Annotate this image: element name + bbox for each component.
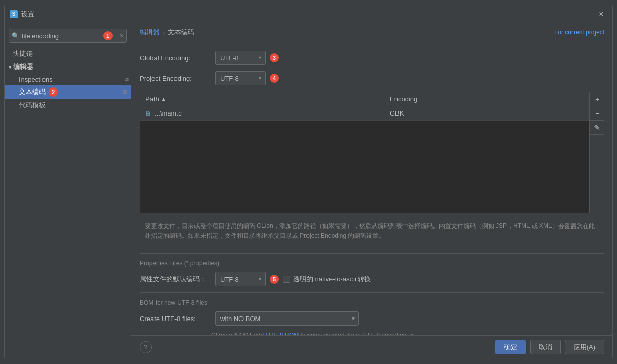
hint-post: to every created file in UTF-8 encoding … bbox=[299, 332, 413, 335]
sidebar: 🔍 1 × 快捷键 ▾ 编辑器 Inspections ⧉ 文本编码 2 ⧉ bbox=[5, 22, 131, 358]
breadcrumb-project-link[interactable]: For current project bbox=[554, 29, 604, 36]
search-clear-button[interactable]: × bbox=[120, 32, 124, 40]
settings-dialog: S 设置 × 🔍 1 × 快捷键 ▾ 编辑器 Inspections bbox=[4, 6, 613, 358]
properties-section-title: Properties Files (*.properties) bbox=[140, 260, 604, 267]
description-text: 要更改文件，目录或整个项目使用的编码 CLion，添加它的路径（如果需要），然后… bbox=[140, 217, 604, 245]
dialog-title: 设置 bbox=[21, 10, 34, 19]
bom-hint-text: CLion will NOT add UTF-8 BOM to every cr… bbox=[140, 332, 604, 335]
properties-encoding-select[interactable]: UTF-8 GBK ISO-8859-1 bbox=[215, 272, 266, 286]
section-separator-1 bbox=[140, 253, 604, 254]
sidebar-section-editor[interactable]: ▾ 编辑器 bbox=[5, 60, 131, 74]
global-encoding-select-wrapper: UTF-8 GBK ISO-8859-1 UTF-16 bbox=[215, 51, 266, 65]
utf8-bom-link[interactable]: UTF-8 BOM bbox=[266, 332, 299, 335]
search-badge-1: 1 bbox=[103, 31, 113, 40]
transparent-label: 透明的 native-to-ascii 转换 bbox=[293, 275, 371, 284]
hint-pre: CLion will NOT add bbox=[211, 332, 266, 335]
close-button[interactable]: × bbox=[595, 8, 607, 20]
file-encoding-table: Path ▲ Encoding 🗎 bbox=[140, 92, 590, 213]
bom-section-title: BOM for new UTF-8 files bbox=[140, 299, 604, 306]
project-encoding-label: Project Encoding: bbox=[140, 75, 211, 82]
sort-arrow: ▲ bbox=[161, 96, 166, 102]
encoding-header: Encoding bbox=[385, 92, 589, 106]
section-separator-2 bbox=[140, 292, 604, 293]
table-row[interactable]: 🗎 ...\main.c GBK bbox=[140, 106, 589, 121]
cancel-button[interactable]: 取消 bbox=[530, 340, 561, 354]
sidebar-item-code-template[interactable]: 代码模板 bbox=[5, 99, 131, 112]
main-content: 🔍 1 × 快捷键 ▾ 编辑器 Inspections ⧉ 文本编码 2 ⧉ bbox=[5, 22, 612, 358]
apply-button[interactable]: 应用(A) bbox=[565, 340, 604, 354]
file-icon: 🗎 bbox=[145, 110, 151, 117]
breadcrumb: 编辑器 › 文本编码 For current project bbox=[131, 22, 612, 42]
title-bar: S 设置 × bbox=[5, 6, 612, 22]
edit-row-button[interactable]: ✎ bbox=[590, 121, 604, 135]
project-encoding-select[interactable]: UTF-8 GBK ISO-8859-1 UTF-16 bbox=[215, 71, 266, 85]
confirm-button[interactable]: 确定 bbox=[495, 340, 526, 354]
create-utf8-row: Create UTF-8 files: with NO BOM with BOM bbox=[140, 311, 604, 326]
project-encoding-row: Project Encoding: UTF-8 GBK ISO-8859-1 U… bbox=[140, 71, 604, 85]
sidebar-item-inspections[interactable]: Inspections ⧉ bbox=[5, 74, 131, 85]
table-header-row: Path ▲ Encoding bbox=[140, 92, 589, 106]
inspections-copy-icon: ⧉ bbox=[125, 76, 129, 83]
text-encoding-copy-icon: ⧉ bbox=[123, 89, 127, 96]
global-encoding-row: Global Encoding: UTF-8 GBK ISO-8859-1 UT… bbox=[140, 51, 604, 65]
transparent-checkbox-wrapper: 透明的 native-to-ascii 转换 bbox=[283, 275, 371, 284]
path-cell: 🗎 ...\main.c bbox=[140, 106, 385, 120]
add-row-button[interactable]: + bbox=[590, 92, 604, 106]
properties-encoding-select-wrapper: UTF-8 GBK ISO-8859-1 bbox=[215, 272, 266, 286]
sidebar-item-text-encoding[interactable]: 文本编码 2 ⧉ bbox=[5, 85, 131, 99]
table-side-buttons: + − ✎ bbox=[590, 92, 604, 213]
search-icon: 🔍 bbox=[12, 32, 19, 39]
create-utf8-select-wrapper: with NO BOM with BOM bbox=[215, 311, 359, 326]
encoding-cell: GBK bbox=[385, 106, 589, 120]
app-icon: S bbox=[10, 10, 18, 18]
transparent-checkbox[interactable] bbox=[283, 276, 290, 283]
global-encoding-label: Global Encoding: bbox=[140, 54, 211, 62]
global-encoding-badge: 3 bbox=[270, 53, 279, 62]
table-body: 🗎 ...\main.c GBK bbox=[140, 106, 589, 213]
create-utf8-select[interactable]: with NO BOM with BOM bbox=[215, 311, 359, 326]
breadcrumb-current: 文本编码 bbox=[168, 28, 194, 37]
properties-encoding-badge: 5 bbox=[270, 275, 279, 284]
right-panel: 编辑器 › 文本编码 For current project Global En… bbox=[131, 22, 612, 358]
breadcrumb-parent[interactable]: 编辑器 bbox=[140, 28, 160, 37]
bottom-bar: ? 确定 取消 应用(A) bbox=[131, 335, 612, 358]
help-button[interactable]: ? bbox=[140, 341, 152, 353]
breadcrumb-separator: › bbox=[163, 29, 165, 36]
project-encoding-select-wrapper: UTF-8 GBK ISO-8859-1 UTF-16 bbox=[215, 71, 266, 85]
remove-row-button[interactable]: − bbox=[590, 106, 604, 121]
properties-encoding-row: 属性文件的默认编码： UTF-8 GBK ISO-8859-1 5 透明的 na… bbox=[140, 272, 604, 286]
search-box: 🔍 1 × bbox=[9, 29, 127, 43]
sidebar-item-shortcut[interactable]: 快捷键 bbox=[5, 47, 131, 60]
table-empty-area bbox=[140, 121, 589, 213]
text-encoding-badge: 2 bbox=[49, 87, 58, 97]
settings-body: Global Encoding: UTF-8 GBK ISO-8859-1 UT… bbox=[131, 42, 612, 335]
collapse-arrow: ▾ bbox=[9, 64, 11, 70]
project-encoding-badge: 4 bbox=[270, 74, 279, 83]
file-encoding-table-wrapper: Path ▲ Encoding 🗎 bbox=[140, 92, 604, 213]
create-utf8-label: Create UTF-8 files: bbox=[140, 315, 211, 323]
path-header: Path ▲ bbox=[140, 92, 385, 106]
global-encoding-select[interactable]: UTF-8 GBK ISO-8859-1 UTF-16 bbox=[215, 51, 266, 65]
properties-encoding-label: 属性文件的默认编码： bbox=[140, 275, 211, 284]
